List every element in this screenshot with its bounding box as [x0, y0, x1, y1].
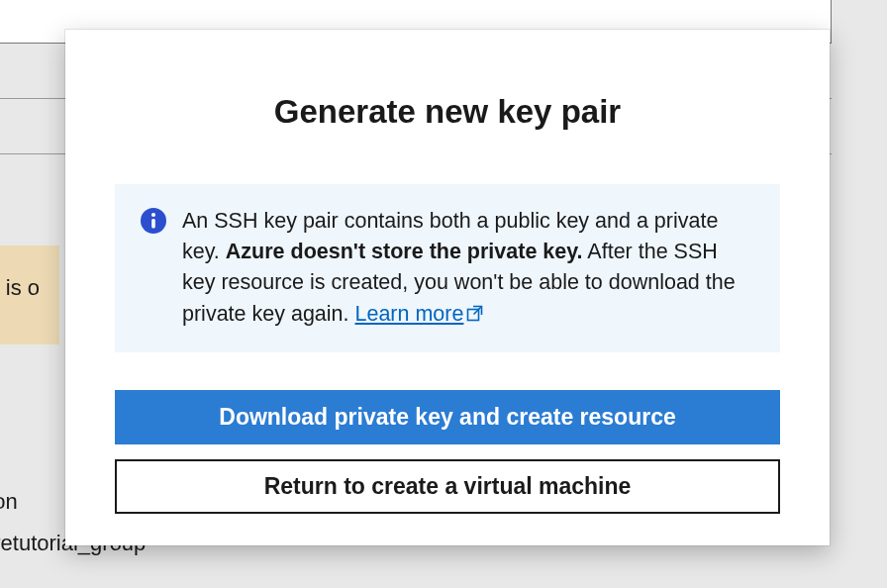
info-text-bold: Azure doesn't store the private key. — [226, 240, 583, 263]
svg-point-2 — [151, 213, 155, 217]
background-text-partial: ption — [0, 489, 18, 515]
info-banner: An SSH key pair contains both a public k… — [115, 184, 780, 352]
learn-more-link[interactable]: Learn more — [355, 302, 484, 326]
svg-line-4 — [474, 307, 482, 315]
generate-key-pair-modal: Generate new key pair An SSH key pair co… — [65, 30, 830, 545]
return-button[interactable]: Return to create a virtual machine — [115, 459, 780, 514]
modal-title: Generate new key pair — [115, 93, 780, 131]
info-icon — [141, 208, 166, 234]
svg-rect-1 — [151, 219, 155, 229]
info-text: An SSH key pair contains both a public k… — [182, 206, 754, 331]
external-link-icon — [466, 300, 483, 331]
download-create-button[interactable]: Download private key and create resource — [115, 390, 780, 444]
background-warning-partial: s is o — [0, 245, 59, 344]
